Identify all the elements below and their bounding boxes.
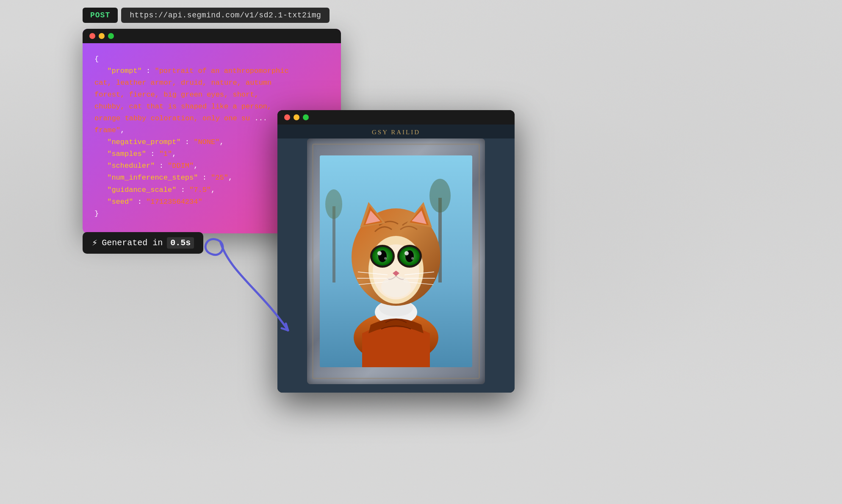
close-dot-2[interactable] (284, 114, 290, 120)
svg-point-20 (404, 251, 409, 255)
svg-point-14 (377, 251, 382, 255)
http-method-badge: POST (83, 8, 118, 23)
svg-point-21 (411, 257, 414, 260)
maximize-dot-2[interactable] (303, 114, 309, 120)
api-bar: POST https://api.segmind.com/v1/sd2.1-tx… (83, 8, 330, 23)
api-url-display: https://api.segmind.com/v1/sd2.1-txt2img (121, 8, 330, 23)
svg-point-15 (384, 257, 387, 260)
stone-frame (307, 138, 485, 384)
close-dot[interactable] (89, 33, 95, 39)
minimize-dot[interactable] (99, 33, 105, 39)
generated-text: Generated in (102, 238, 163, 248)
maximize-dot[interactable] (108, 33, 114, 39)
card-label: GSY RAILID (277, 125, 515, 138)
main-scene: POST https://api.segmind.com/v1/sd2.1-tx… (0, 0, 842, 504)
lightning-icon: ⚡ (92, 237, 97, 249)
cat-portrait (320, 155, 472, 367)
svg-point-2 (429, 179, 451, 213)
svg-point-29 (381, 276, 411, 297)
window-titlebar (83, 29, 341, 43)
card-window-titlebar (277, 110, 515, 125)
generated-badge: ⚡ Generated in 0.5s (83, 232, 203, 254)
minimize-dot-2[interactable] (294, 114, 299, 120)
svg-point-4 (325, 189, 342, 219)
generation-time: 0.5s (167, 237, 194, 249)
arrow-decoration (195, 229, 322, 349)
